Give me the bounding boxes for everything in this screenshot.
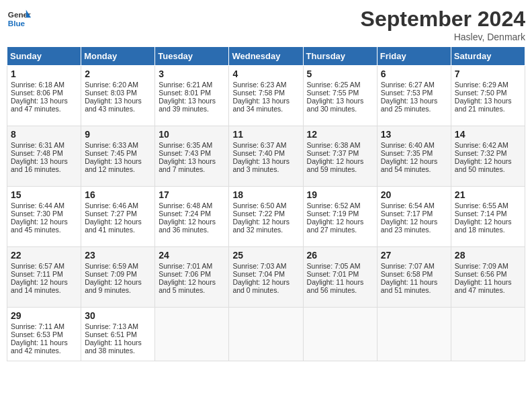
daylight-hours-label: Daylight: 12 hours (232, 278, 299, 286)
daylight-hours-label: Daylight: 12 hours (85, 218, 151, 226)
day-number: 27 (381, 250, 447, 261)
table-row: 2Sunrise: 6:20 AMSunset: 8:03 PMDaylight… (81, 66, 155, 126)
sunset-text: Sunset: 7:43 PM (159, 149, 225, 157)
sunrise-text: Sunrise: 6:52 AM (307, 201, 373, 210)
day-number: 7 (455, 68, 521, 79)
header-tuesday: Tuesday (155, 47, 229, 66)
table-row: 22Sunrise: 6:57 AMSunset: 7:11 PMDayligh… (7, 247, 81, 308)
table-row: 9Sunrise: 6:33 AMSunset: 7:45 PMDaylight… (81, 126, 155, 187)
table-row: 25Sunrise: 7:03 AMSunset: 7:04 PMDayligh… (229, 247, 303, 308)
sunrise-text: Sunrise: 6:54 AM (381, 201, 447, 210)
table-row: 17Sunrise: 6:48 AMSunset: 7:24 PMDayligh… (155, 187, 229, 247)
table-row: 16Sunrise: 6:46 AMSunset: 7:27 PMDayligh… (81, 187, 155, 247)
logo-icon: General Blue (7, 7, 31, 31)
sunrise-text: Sunrise: 6:25 AM (307, 81, 373, 89)
daylight-minutes-label: and 27 minutes. (307, 226, 373, 234)
daylight-minutes-label: and 30 minutes. (307, 105, 373, 113)
logo: General Blue (7, 7, 31, 31)
sunset-text: Sunset: 8:03 PM (85, 89, 151, 97)
daylight-hours-label: Daylight: 13 hours (307, 97, 373, 105)
daylight-hours-label: Daylight: 12 hours (85, 278, 151, 286)
daylight-hours-label: Daylight: 11 hours (455, 278, 521, 286)
day-number: 13 (381, 129, 447, 140)
daylight-hours-label: Daylight: 12 hours (11, 218, 77, 226)
daylight-minutes-label: and 21 minutes. (455, 105, 521, 113)
day-number: 28 (455, 250, 521, 261)
daylight-minutes-label: and 3 minutes. (232, 165, 299, 173)
header-thursday: Thursday (303, 47, 377, 66)
sunset-text: Sunset: 7:40 PM (232, 149, 299, 157)
daylight-minutes-label: and 51 minutes. (381, 286, 447, 294)
daylight-minutes-label: and 39 minutes. (159, 105, 225, 113)
table-row: 26Sunrise: 7:05 AMSunset: 7:01 PMDayligh… (303, 247, 377, 308)
sunrise-text: Sunrise: 6:37 AM (232, 141, 299, 149)
sunrise-text: Sunrise: 6:29 AM (455, 81, 521, 89)
daylight-minutes-label: and 5 minutes. (159, 286, 225, 294)
table-row: 28Sunrise: 7:09 AMSunset: 6:56 PMDayligh… (451, 247, 525, 308)
day-headers-row: Sunday Monday Tuesday Wednesday Thursday… (7, 47, 525, 66)
day-number: 2 (85, 68, 151, 79)
sunrise-text: Sunrise: 7:07 AM (381, 262, 447, 270)
daylight-hours-label: Daylight: 13 hours (159, 97, 225, 105)
daylight-minutes-label: and 9 minutes. (85, 286, 151, 294)
daylight-minutes-label: and 32 minutes. (232, 226, 299, 234)
table-row: 23Sunrise: 6:59 AMSunset: 7:09 PMDayligh… (81, 247, 155, 308)
day-number: 5 (307, 68, 373, 79)
table-row: 18Sunrise: 6:50 AMSunset: 7:22 PMDayligh… (229, 187, 303, 247)
table-row: 13Sunrise: 6:40 AMSunset: 7:35 PMDayligh… (377, 126, 451, 187)
sunrise-text: Sunrise: 7:05 AM (307, 262, 373, 270)
daylight-minutes-label: and 45 minutes. (11, 226, 77, 234)
daylight-hours-label: Daylight: 12 hours (381, 218, 447, 226)
day-number: 23 (85, 250, 151, 261)
table-row: 21Sunrise: 6:55 AMSunset: 7:14 PMDayligh… (451, 187, 525, 247)
table-row: 7Sunrise: 6:29 AMSunset: 7:50 PMDaylight… (451, 66, 525, 126)
daylight-minutes-label: and 38 minutes. (85, 347, 151, 355)
sunrise-text: Sunrise: 6:48 AM (159, 201, 225, 210)
sunset-text: Sunset: 7:50 PM (455, 89, 521, 97)
table-row: 27Sunrise: 7:07 AMSunset: 6:58 PMDayligh… (377, 247, 451, 308)
page-header: General Blue September 2024 Haslev, Denm… (7, 7, 525, 42)
sunrise-text: Sunrise: 6:31 AM (11, 141, 77, 149)
table-row (155, 308, 229, 361)
daylight-hours-label: Daylight: 12 hours (381, 157, 447, 165)
sunrise-text: Sunrise: 6:50 AM (232, 201, 299, 210)
daylight-hours-label: Daylight: 13 hours (159, 157, 225, 165)
day-number: 6 (381, 68, 447, 79)
sunset-text: Sunset: 7:14 PM (455, 210, 521, 218)
sunrise-text: Sunrise: 7:01 AM (159, 262, 225, 270)
day-number: 24 (159, 250, 225, 261)
daylight-minutes-label: and 23 minutes. (381, 226, 447, 234)
day-number: 11 (232, 129, 299, 140)
sunset-text: Sunset: 6:58 PM (381, 270, 447, 278)
table-row: 6Sunrise: 6:27 AMSunset: 7:53 PMDaylight… (377, 66, 451, 126)
table-row: 24Sunrise: 7:01 AMSunset: 7:06 PMDayligh… (155, 247, 229, 308)
sunrise-text: Sunrise: 6:21 AM (159, 81, 225, 89)
table-row: 5Sunrise: 6:25 AMSunset: 7:55 PMDaylight… (303, 66, 377, 126)
day-number: 17 (159, 189, 225, 200)
daylight-minutes-label: and 14 minutes. (11, 286, 77, 294)
title-area: September 2024 Haslev, Denmark (361, 7, 525, 42)
day-number: 26 (307, 250, 373, 261)
sunset-text: Sunset: 7:01 PM (307, 270, 373, 278)
sunset-text: Sunset: 7:32 PM (455, 149, 521, 157)
sunrise-text: Sunrise: 7:11 AM (11, 322, 77, 330)
daylight-hours-label: Daylight: 12 hours (11, 278, 77, 286)
day-number: 16 (85, 189, 151, 200)
daylight-minutes-label: and 36 minutes. (159, 226, 225, 234)
day-number: 18 (232, 189, 299, 200)
sunrise-text: Sunrise: 6:27 AM (381, 81, 447, 89)
daylight-minutes-label: and 25 minutes. (381, 105, 447, 113)
sunset-text: Sunset: 7:48 PM (11, 149, 77, 157)
table-row: 10Sunrise: 6:35 AMSunset: 7:43 PMDayligh… (155, 126, 229, 187)
daylight-hours-label: Daylight: 13 hours (455, 97, 521, 105)
sunrise-text: Sunrise: 7:13 AM (85, 322, 151, 330)
sunrise-text: Sunrise: 7:03 AM (232, 262, 299, 270)
day-number: 8 (11, 129, 77, 140)
sunrise-text: Sunrise: 6:23 AM (232, 81, 299, 89)
daylight-hours-label: Daylight: 13 hours (85, 157, 151, 165)
sunset-text: Sunset: 7:53 PM (381, 89, 447, 97)
location-title: Haslev, Denmark (361, 32, 525, 42)
sunrise-text: Sunrise: 6:59 AM (85, 262, 151, 270)
day-number: 20 (381, 189, 447, 200)
daylight-hours-label: Daylight: 13 hours (232, 157, 299, 165)
